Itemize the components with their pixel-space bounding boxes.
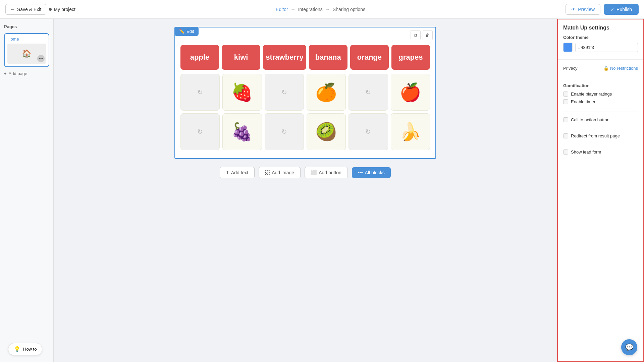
- color-theme-section: Color theme: [558, 35, 643, 56]
- enable-timer-label: Enable timer: [571, 99, 595, 104]
- fruit-tile-strawberry[interactable]: strawberry: [263, 45, 306, 70]
- rotate-icon-5: ↻: [281, 128, 287, 136]
- chat-button[interactable]: 💬: [621, 339, 637, 355]
- bulb-icon: 💡: [14, 346, 20, 352]
- check-icon: ✓: [610, 7, 614, 12]
- call-to-action-checkbox[interactable]: [563, 117, 568, 122]
- editor-nav-link[interactable]: Editor: [276, 7, 288, 12]
- lock-icon: 🔒: [603, 66, 609, 71]
- orange-emoji: 🍊: [315, 83, 337, 101]
- plus-icon: +: [4, 71, 7, 76]
- color-theme-label: Color theme: [563, 35, 638, 40]
- fruit-tile-kiwi[interactable]: kiwi: [222, 45, 260, 70]
- edit-button[interactable]: ✏️ Edit: [174, 27, 199, 36]
- img-tile-empty-5[interactable]: ↻: [265, 113, 304, 150]
- canvas-area: ✏️ Edit ⧉ 🗑 apple kiwi strawberry banana…: [54, 19, 557, 362]
- divider-4: [563, 128, 638, 128]
- enable-ratings-label: Enable player ratings: [571, 92, 612, 97]
- kiwi-emoji: 🥝: [315, 123, 337, 140]
- divider-5: [563, 144, 638, 144]
- img-tile-kiwi[interactable]: 🥝: [307, 113, 346, 150]
- color-row: [563, 43, 638, 52]
- gamification-section: Gamification Enable player ratings Enabl…: [558, 80, 643, 108]
- add-image-button[interactable]: 🖼 Add image: [259, 167, 301, 178]
- divider-3: [563, 112, 638, 112]
- settings-title: Match Up settings: [558, 19, 643, 35]
- img-tile-banana[interactable]: 🍌: [391, 113, 430, 150]
- nav-right: 👁 Preview ✓ Publish: [566, 4, 639, 15]
- page-thumbnail: 🏠 •••: [7, 44, 46, 64]
- img-tile-grapes[interactable]: 🍇: [222, 113, 262, 150]
- divider-1: [558, 59, 643, 60]
- privacy-row: Privacy 🔒 No restrictions: [558, 63, 643, 73]
- sidebar: Pages Home 🏠 ••• + Add page: [0, 19, 54, 362]
- page-more-button[interactable]: •••: [37, 55, 45, 62]
- canvas-wrapper: ✏️ Edit ⧉ 🗑 apple kiwi strawberry banana…: [174, 27, 436, 159]
- enable-timer-checkbox[interactable]: [563, 99, 568, 104]
- how-to-button[interactable]: 💡 How to: [8, 343, 42, 355]
- rotate-icon-2: ↻: [281, 88, 287, 96]
- text-icon: T: [226, 170, 229, 175]
- integrations-nav-item[interactable]: Integrations: [298, 7, 323, 12]
- lead-form-checkbox[interactable]: [563, 149, 568, 155]
- all-blocks-button[interactable]: ••• All blocks: [352, 167, 391, 178]
- color-swatch[interactable]: [563, 43, 573, 52]
- add-blocks-row: T Add text 🖼 Add image ⬜ Add button ••• …: [220, 167, 390, 178]
- publish-button[interactable]: ✓ Publish: [604, 4, 639, 15]
- dots-icon: •••: [358, 170, 363, 175]
- top-navigation: ← Save & Exit My project Editor → Integr…: [0, 0, 644, 19]
- img-tile-empty-4[interactable]: ↻: [180, 113, 220, 150]
- img-tile-empty-1[interactable]: ↻: [180, 74, 220, 111]
- pages-title: Pages: [4, 24, 49, 29]
- img-tile-empty-6[interactable]: ↻: [348, 113, 388, 150]
- enable-ratings-checkbox[interactable]: [563, 92, 568, 97]
- banana-emoji: 🍌: [399, 123, 421, 140]
- right-panel-inner: Match Up settings Color theme Privacy 🔒 …: [557, 19, 644, 362]
- eye-icon: 👁: [571, 7, 576, 12]
- copy-button[interactable]: ⧉: [411, 30, 421, 40]
- apple-emoji: 🍎: [399, 83, 421, 101]
- fruit-tile-orange[interactable]: orange: [350, 45, 389, 70]
- redirect-row: Redirect from result page: [558, 131, 643, 140]
- arrow-icon-2: →: [325, 7, 330, 12]
- arrow-left-icon: ←: [10, 7, 15, 12]
- call-to-action-row: Call to action button: [558, 115, 643, 124]
- preview-button[interactable]: 👁 Preview: [566, 4, 600, 15]
- nav-left: ← Save & Exit My project: [5, 4, 75, 15]
- color-input[interactable]: [575, 43, 638, 52]
- gamification-title: Gamification: [563, 83, 638, 88]
- save-exit-label: Save & Exit: [17, 7, 41, 12]
- project-name: My project: [49, 7, 75, 12]
- img-tile-apple[interactable]: 🍎: [391, 74, 430, 111]
- img-tile-orange[interactable]: 🍊: [307, 74, 346, 111]
- call-to-action-label: Call to action button: [571, 117, 609, 122]
- page-card-home[interactable]: Home 🏠 •••: [4, 33, 49, 67]
- privacy-label: Privacy: [563, 66, 578, 71]
- img-tile-empty-3[interactable]: ↻: [348, 74, 388, 111]
- main-layout: Pages Home 🏠 ••• + Add page Feedback ✏️ …: [0, 19, 644, 362]
- save-exit-button[interactable]: ← Save & Exit: [5, 4, 46, 15]
- fruit-tile-banana[interactable]: banana: [309, 45, 347, 70]
- fruit-tile-apple[interactable]: apple: [180, 45, 219, 70]
- add-page-button[interactable]: + Add page: [4, 70, 49, 77]
- strawberry-emoji: 🍓: [231, 83, 253, 101]
- lead-form-label: Show lead form: [571, 149, 601, 155]
- img-tile-strawberry[interactable]: 🍓: [222, 74, 262, 111]
- fruit-words-row: apple kiwi strawberry banana orange grap…: [180, 45, 430, 70]
- sharing-nav-item[interactable]: Sharing options: [333, 7, 365, 12]
- rotate-icon-4: ↻: [197, 128, 203, 136]
- add-button-button[interactable]: ⬜ Add button: [305, 167, 348, 178]
- fruit-tile-grapes[interactable]: grapes: [391, 45, 430, 70]
- delete-button[interactable]: 🗑: [423, 30, 433, 40]
- page-card-label: Home: [7, 37, 46, 42]
- right-panel: Match Up settings Color theme Privacy 🔒 …: [557, 19, 644, 362]
- add-text-button[interactable]: T Add text: [220, 167, 255, 178]
- pencil-icon: ✏️: [179, 29, 184, 34]
- enable-timer-row: Enable timer: [563, 99, 638, 104]
- redirect-checkbox[interactable]: [563, 133, 568, 138]
- privacy-link[interactable]: 🔒 No restrictions: [603, 66, 638, 71]
- image-icon: 🖼: [265, 170, 270, 175]
- rotate-icon-6: ↻: [365, 128, 371, 136]
- canvas-top-actions: ⧉ 🗑: [411, 30, 433, 40]
- img-tile-empty-2[interactable]: ↻: [265, 74, 304, 111]
